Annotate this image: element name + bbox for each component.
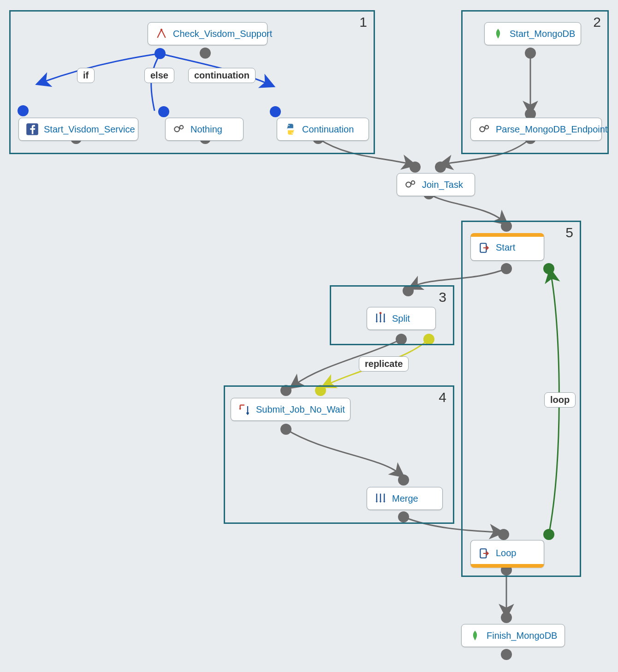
gears-icon: [172, 122, 186, 136]
node-label: Start_Visdom_Service: [44, 124, 135, 135]
badge-replicate: replicate: [359, 356, 409, 372]
svg-point-39: [411, 181, 415, 185]
node-merge[interactable]: Merge: [367, 487, 443, 510]
node-label: Start_MongoDB: [510, 29, 575, 39]
node-label: Split: [392, 313, 410, 324]
svg-point-32: [174, 127, 179, 132]
svg-point-30: [160, 29, 162, 30]
badge-loop: loop: [544, 392, 576, 408]
page-enter-icon: [477, 546, 491, 560]
mongodb-icon: [468, 629, 482, 642]
node-loop[interactable]: Loop: [470, 540, 544, 568]
svg-point-34: [288, 125, 289, 126]
group-5-label: 5: [565, 225, 573, 240]
group-2-label: 2: [593, 14, 601, 30]
svg-point-38: [406, 182, 411, 187]
node-continuation[interactable]: Continuation: [277, 118, 369, 141]
svg-point-12: [435, 162, 446, 173]
node-label: Join_Task: [422, 180, 463, 190]
node-split[interactable]: Split: [367, 307, 436, 330]
node-label: Nothing: [190, 124, 222, 135]
facebook-icon: [25, 122, 39, 136]
branch-icon: [154, 27, 168, 41]
submit-icon: [238, 402, 251, 416]
node-label: Parse_MongoDB_Endpoint: [496, 124, 607, 135]
svg-point-29: [501, 649, 512, 660]
node-nothing[interactable]: Nothing: [165, 118, 244, 141]
badge-continuation: continuation: [188, 68, 256, 83]
node-label: Check_Visdom_Support: [173, 29, 272, 39]
node-label: Continuation: [302, 124, 354, 135]
page-enter-icon: [477, 241, 491, 255]
node-start-mongodb[interactable]: Start_MongoDB: [484, 22, 581, 45]
svg-point-37: [485, 126, 489, 129]
node-join-task[interactable]: Join_Task: [397, 173, 475, 196]
svg-point-33: [180, 126, 184, 129]
svg-point-36: [480, 127, 485, 132]
node-label: Submit_Job_No_Wait: [256, 404, 345, 415]
gears-icon: [404, 178, 417, 192]
node-label: Finish_MongoDB: [487, 630, 557, 641]
merge-arrows-icon: [374, 492, 387, 505]
node-start[interactable]: Start: [470, 233, 544, 261]
badge-else: else: [144, 68, 174, 83]
badge-if: if: [77, 68, 95, 83]
group-4-label: 4: [439, 390, 446, 405]
node-label: Start: [496, 242, 515, 253]
node-label: Merge: [392, 493, 418, 504]
split-arrows-icon: [374, 312, 387, 325]
node-start-visdom-service[interactable]: Start_Visdom_Service: [18, 118, 138, 141]
svg-point-11: [410, 162, 421, 173]
python-icon: [284, 122, 297, 136]
node-label: Loop: [496, 548, 517, 558]
node-submit-job-no-wait[interactable]: Submit_Job_No_Wait: [231, 398, 351, 421]
group-3-label: 3: [439, 289, 446, 305]
svg-point-35: [291, 132, 292, 133]
node-finish-mongodb[interactable]: Finish_MongoDB: [461, 624, 565, 647]
svg-point-41: [380, 312, 382, 314]
gears-icon: [477, 122, 491, 136]
node-parse-mongodb-endpoint[interactable]: Parse_MongoDB_Endpoint: [470, 118, 602, 141]
group-1-label: 1: [359, 14, 367, 30]
svg-point-28: [501, 612, 512, 623]
mongodb-icon: [491, 27, 505, 41]
node-check-visdom-support[interactable]: Check_Visdom_Support: [148, 22, 267, 45]
